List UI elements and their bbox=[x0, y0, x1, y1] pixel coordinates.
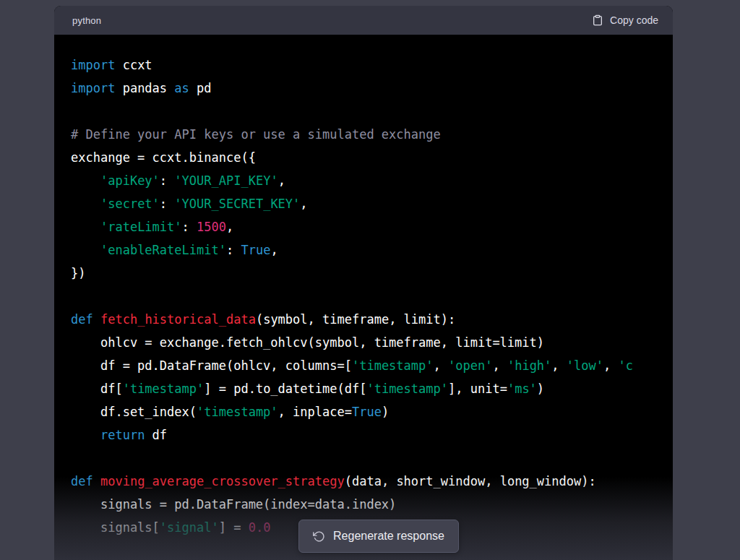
regenerate-response-button[interactable]: Regenerate response bbox=[298, 520, 459, 553]
clipboard-icon bbox=[592, 14, 603, 26]
code-token-string: 'apiKey' bbox=[100, 173, 160, 188]
code-line: return df bbox=[71, 423, 673, 447]
code-language-label: python bbox=[72, 15, 101, 26]
code-token-plain: ] = pd.to_datetime(df[ bbox=[204, 382, 366, 396]
code-token-string: 'timestamp' bbox=[197, 405, 278, 419]
code-token-plain: : bbox=[160, 197, 174, 211]
code-line: def moving_average_crossover_strategy(da… bbox=[71, 470, 673, 493]
code-line: df.set_index('timestamp', inplace=True) bbox=[71, 400, 673, 423]
code-token-plain: , bbox=[603, 358, 618, 373]
code-token-comment: # Define your API keys or use a simulate… bbox=[71, 127, 441, 142]
code-line: ohlcv = exchange.fetch_ohlcv(symbol, tim… bbox=[71, 331, 673, 354]
code-token-string: 'timestamp' bbox=[352, 358, 434, 373]
code-token-plain: ] = bbox=[219, 520, 249, 535]
code-line: df['timestamp'] = pd.to_datetime(df['tim… bbox=[71, 377, 673, 400]
code-token-plain: df.set_index( bbox=[71, 405, 197, 419]
code-line: 'apiKey': 'YOUR_API_KEY', bbox=[71, 169, 673, 192]
code-token-string: 'signal' bbox=[160, 520, 219, 535]
code-token-plain bbox=[71, 173, 100, 188]
refresh-icon bbox=[313, 530, 325, 543]
code-token-keyword: True bbox=[352, 405, 382, 419]
code-token-plain bbox=[71, 243, 100, 257]
code-token-string: 'ms' bbox=[507, 382, 537, 396]
code-token-number: 0.0 bbox=[249, 520, 271, 535]
code-token-plain: (data, short_window, long_window): bbox=[345, 474, 596, 488]
code-token-plain bbox=[93, 312, 100, 327]
code-token-keyword: import bbox=[71, 81, 115, 95]
code-line: df = pd.DataFrame(ohlcv, columns=['times… bbox=[71, 354, 673, 377]
code-line: signals = pd.DataFrame(index=data.index) bbox=[71, 493, 673, 516]
code-token-plain: , bbox=[270, 243, 278, 257]
code-token-plain: signals[ bbox=[71, 520, 160, 535]
code-token-string: 'YOUR_API_KEY' bbox=[174, 173, 278, 188]
code-line bbox=[71, 447, 673, 470]
code-token-string: 'high' bbox=[507, 358, 551, 373]
code-token-plain: : bbox=[160, 173, 174, 188]
copy-code-button[interactable]: Copy code bbox=[588, 12, 663, 29]
code-token-plain: df[ bbox=[71, 382, 123, 396]
code-token-number: 1500 bbox=[197, 220, 226, 234]
code-token-string: 'open' bbox=[448, 358, 492, 373]
code-token-function: moving_average_crossover_strategy bbox=[100, 474, 345, 488]
code-token-plain bbox=[71, 428, 100, 442]
code-token-plain bbox=[71, 220, 100, 234]
code-token-string: 'enableRateLimit' bbox=[100, 243, 226, 257]
code-line: import pandas as pd bbox=[71, 77, 673, 100]
code-token-plain: (symbol, timeframe, limit): bbox=[256, 312, 455, 327]
code-token-plain: df bbox=[145, 428, 167, 442]
code-line bbox=[71, 285, 673, 308]
code-token-string: 'secret' bbox=[100, 197, 160, 211]
code-body: import ccxtimport pandas as pd # Define … bbox=[54, 35, 673, 560]
code-token-keyword: True bbox=[241, 243, 270, 257]
code-token-plain: ) bbox=[537, 382, 544, 396]
code-token-plain: : bbox=[182, 220, 197, 234]
regenerate-label: Regenerate response bbox=[333, 530, 444, 543]
code-line: import ccxt bbox=[71, 53, 673, 77]
code-token-plain: signals = pd.DataFrame(index=data.index) bbox=[71, 497, 396, 512]
code-line: # Define your API keys or use a simulate… bbox=[71, 123, 673, 146]
code-token-plain: , bbox=[492, 358, 507, 373]
code-token-plain: exchange = ccxt.binance({ bbox=[71, 150, 256, 165]
code-token-plain: , bbox=[434, 358, 448, 373]
code-line: }) bbox=[71, 262, 673, 285]
code-block-card: python Copy code import ccxtimport panda… bbox=[54, 6, 673, 560]
code-lines: import ccxtimport pandas as pd # Define … bbox=[71, 53, 673, 539]
code-token-plain: pd bbox=[189, 81, 212, 95]
code-token-string: 'low' bbox=[567, 358, 603, 373]
copy-code-label: Copy code bbox=[610, 14, 658, 26]
code-token-function: fetch_historical_data bbox=[100, 312, 256, 327]
code-token-plain: , bbox=[278, 173, 285, 188]
code-line: 'rateLimit': 1500, bbox=[71, 215, 673, 238]
code-token-keyword: as bbox=[174, 81, 189, 95]
code-token-plain: , inplace= bbox=[278, 405, 352, 419]
code-token-keyword: def bbox=[71, 312, 93, 327]
code-token-plain: pandas bbox=[115, 81, 174, 95]
code-line: exchange = ccxt.binance({ bbox=[71, 146, 673, 169]
code-token-plain: df = pd.DataFrame(ohlcv, columns=[ bbox=[71, 358, 352, 373]
code-token-plain: }) bbox=[71, 266, 85, 280]
code-token-plain: , bbox=[300, 197, 307, 211]
code-block-header: python Copy code bbox=[54, 6, 673, 35]
code-line: def fetch_historical_data(symbol, timefr… bbox=[71, 308, 673, 331]
code-token-plain: ccxt bbox=[115, 58, 152, 72]
code-token-keyword: return bbox=[100, 428, 145, 442]
code-token-string: 'rateLimit' bbox=[100, 220, 182, 234]
code-token-keyword: def bbox=[71, 474, 93, 488]
code-token-string: 'c bbox=[619, 358, 633, 373]
code-token-plain bbox=[71, 197, 100, 211]
code-token-string: 'timestamp' bbox=[123, 382, 205, 396]
code-line: 'secret': 'YOUR_SECRET_KEY', bbox=[71, 192, 673, 215]
code-token-plain: ) bbox=[382, 405, 389, 419]
code-token-plain: : bbox=[226, 243, 241, 257]
code-line bbox=[71, 100, 673, 123]
code-token-plain: , bbox=[551, 358, 566, 373]
code-token-plain: , bbox=[226, 220, 233, 234]
code-token-string: 'timestamp' bbox=[366, 382, 448, 396]
code-token-string: 'YOUR_SECRET_KEY' bbox=[174, 197, 300, 211]
page: python Copy code import ccxtimport panda… bbox=[0, 0, 740, 560]
code-token-plain bbox=[93, 474, 100, 488]
code-token-plain: ohlcv = exchange.fetch_ohlcv(symbol, tim… bbox=[71, 335, 544, 350]
code-token-keyword: import bbox=[71, 58, 115, 72]
code-token-plain: ], unit= bbox=[448, 382, 507, 396]
code-line: 'enableRateLimit': True, bbox=[71, 238, 673, 262]
